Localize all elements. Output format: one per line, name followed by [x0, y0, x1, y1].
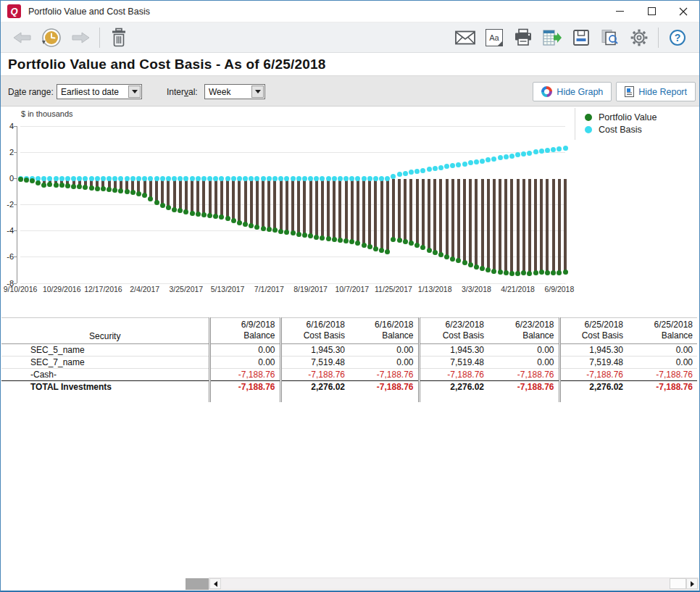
cost-basis-point — [83, 176, 88, 181]
portfolio-value-point — [89, 185, 94, 191]
portfolio-value-point — [24, 178, 29, 183]
portfolio-value-point — [468, 262, 473, 267]
cost-basis-point — [148, 176, 153, 181]
title-bar: Q Portfolio Value and Cost Basis — [1, 1, 699, 22]
legend-item-cost-basis: Cost Basis — [585, 123, 657, 136]
column-header: 6/25/2018Cost Basis — [559, 318, 628, 344]
help-button[interactable]: ? — [663, 24, 692, 51]
table-spacer-row — [1, 393, 697, 402]
portfolio-value-point — [65, 183, 70, 188]
print-button[interactable] — [509, 24, 538, 51]
cost-basis-point — [291, 176, 296, 181]
scroll-right-button[interactable] — [686, 578, 698, 589]
value-bar — [262, 179, 264, 229]
value-bar — [338, 179, 341, 241]
cost-basis-point — [54, 176, 59, 181]
font-size-button[interactable]: Aa — [480, 24, 509, 51]
hide-report-button[interactable]: Hide Report — [616, 82, 696, 101]
cost-basis-point — [397, 172, 402, 177]
table-row[interactable]: SEC_7_name0.007,519.480.007,519.480.007,… — [1, 357, 697, 369]
portfolio-value-point — [427, 248, 432, 253]
portfolio-value-point — [36, 180, 41, 185]
print-preview-button[interactable] — [596, 24, 625, 51]
scrollbar-thumb[interactable] — [670, 578, 686, 589]
portfolio-value-point — [480, 266, 485, 271]
value-cell: 1,945.30 — [419, 344, 488, 357]
spacer-cell — [1, 393, 209, 402]
maximize-icon — [648, 7, 656, 15]
export-button[interactable] — [538, 24, 567, 51]
value-bar — [428, 179, 430, 251]
history-button[interactable] — [37, 24, 66, 51]
horizontal-scrollbar[interactable] — [209, 578, 699, 590]
chevron-down-icon — [255, 90, 261, 93]
value-bar — [220, 179, 223, 218]
cost-basis-point — [362, 176, 367, 181]
x-tick-label: 3/3/2018 — [462, 285, 491, 293]
cost-basis-point — [183, 176, 188, 181]
table-row[interactable]: TOTAL Investments-7,188.762,276.02-7,188… — [1, 381, 697, 393]
value-bar — [185, 179, 188, 213]
column-header: 6/25/2018Balance — [628, 318, 697, 344]
value-bar — [540, 179, 543, 273]
cost-basis-point — [308, 176, 313, 181]
cost-basis-point — [320, 176, 325, 181]
minimize-button[interactable] — [604, 1, 636, 22]
portfolio-value-point — [142, 193, 147, 198]
portfolio-value-point — [349, 239, 354, 244]
toolbar-separator — [658, 28, 659, 48]
table-row[interactable]: SEC_5_name0.001,945.300.001,945.300.001,… — [1, 344, 697, 357]
table-row[interactable]: -Cash--7,188.76-7,188.76-7,188.76-7,188.… — [1, 369, 697, 381]
portfolio-value-point — [355, 241, 360, 246]
cost-basis-point — [355, 176, 360, 181]
value-bar — [499, 179, 501, 273]
report-table: Security6/9/2018Balance6/16/2018Cost Bas… — [1, 317, 697, 402]
close-button[interactable] — [667, 1, 699, 22]
portfolio-value-point — [320, 235, 325, 241]
minimize-icon — [616, 11, 624, 12]
scroll-left-button[interactable] — [209, 578, 221, 589]
column-header: 6/9/2018Balance — [209, 318, 280, 344]
value-cell: 0.00 — [628, 344, 697, 357]
save-button[interactable] — [567, 24, 596, 51]
value-bar — [517, 179, 520, 274]
portfolio-value-point — [160, 203, 165, 208]
email-button[interactable] — [451, 24, 480, 51]
portfolio-value-point — [136, 191, 141, 196]
cost-basis-point — [225, 176, 230, 181]
portfolio-value-point — [291, 230, 296, 235]
cost-basis-point — [142, 176, 147, 181]
cost-basis-point — [154, 176, 159, 181]
delete-button[interactable] — [104, 24, 133, 51]
portfolio-value-point — [190, 211, 195, 216]
interval-dropdown[interactable]: Week — [204, 84, 265, 99]
scroll-left-icon — [214, 581, 217, 587]
value-bar — [422, 179, 425, 249]
date-range-dropdown-button[interactable] — [128, 86, 141, 98]
portfolio-value-point — [379, 248, 384, 253]
legend-item-portfolio-value: Portfolio Value — [585, 111, 657, 123]
maximize-button[interactable] — [636, 1, 667, 22]
donut-chart-icon — [541, 86, 552, 97]
portfolio-value-point — [367, 244, 372, 249]
value-bar — [528, 179, 531, 274]
back-button[interactable] — [8, 24, 37, 51]
value-cell: -7,188.76 — [628, 369, 697, 381]
cost-basis-swatch-icon — [585, 126, 592, 133]
y-tick-label: -6 — [1, 252, 14, 261]
portfolio-value-point — [403, 239, 408, 244]
date-range-dropdown[interactable]: Earliest to date — [57, 84, 142, 99]
value-bar — [191, 179, 193, 214]
forward-button[interactable] — [66, 24, 95, 51]
portfolio-value-point — [343, 238, 349, 243]
hide-graph-button[interactable]: Hide Graph — [533, 82, 612, 101]
value-bar — [552, 179, 555, 273]
interval-dropdown-button[interactable] — [251, 86, 264, 98]
value-bar — [238, 179, 241, 223]
portfolio-value-point — [183, 209, 188, 214]
save-floppy-icon — [572, 28, 591, 47]
settings-button[interactable] — [625, 24, 654, 51]
portfolio-value-point — [557, 270, 562, 275]
value-bar — [362, 179, 365, 246]
portfolio-value-point — [107, 187, 112, 192]
